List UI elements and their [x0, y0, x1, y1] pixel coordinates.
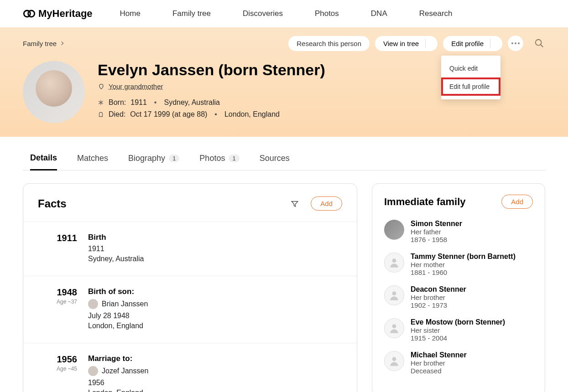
menu-edit-full-profile[interactable]: Edit full profile — [441, 77, 500, 96]
facts-list: 1911Birth1911Sydney, Australia1948Age ~3… — [23, 222, 357, 392]
dot-icon — [518, 42, 520, 44]
family-item[interactable]: Michael StennerHer brotherDeceased — [384, 351, 533, 375]
family-name: Tammy Stenner (born Barnett) — [411, 253, 516, 261]
nav-family-tree[interactable]: Family tree — [172, 9, 211, 18]
separator: • — [214, 110, 217, 119]
svg-point-1 — [28, 10, 35, 17]
nav-research[interactable]: Research — [419, 9, 453, 18]
add-family-button[interactable]: Add — [501, 195, 533, 209]
research-person-button[interactable]: Research this person — [288, 36, 370, 51]
fact-title: Marriage to: — [88, 354, 342, 363]
view-in-tree-dropdown[interactable] — [426, 40, 438, 47]
main-content: Details Matches Biography1 Photos1 Sourc… — [0, 147, 568, 392]
fact-year: 1911 — [38, 233, 77, 243]
tab-matches[interactable]: Matches — [77, 147, 108, 170]
dot-icon — [515, 42, 516, 44]
fact-person-name: Jozef Janssen — [102, 367, 148, 375]
fact-year-col: 1948Age ~37 — [38, 287, 77, 332]
family-item[interactable]: Deacon StennerHer brother1902 - 1973 — [384, 285, 533, 309]
tab-sources[interactable]: Sources — [260, 147, 290, 170]
breadcrumb[interactable]: Family tree — [23, 40, 63, 47]
tab-photos-label: Photos — [199, 154, 225, 163]
search-button[interactable] — [533, 37, 545, 49]
family-relation: Her mother — [411, 261, 516, 268]
relation-link[interactable]: Your grandmother — [109, 83, 163, 90]
view-in-tree-button[interactable]: View in tree — [375, 36, 438, 51]
tab-biography[interactable]: Biography1 — [128, 147, 179, 170]
edit-profile-dropdown[interactable] — [490, 40, 502, 47]
fact-title: Birth of son: — [88, 287, 342, 296]
tab-details-label: Details — [30, 153, 57, 163]
top-nav: MyHeritage Home Family tree Discoveries … — [0, 0, 568, 27]
fact-person[interactable]: Jozef Janssen — [88, 366, 342, 376]
family-info: Deacon StennerHer brother1902 - 1973 — [411, 285, 466, 309]
logo-icon — [23, 7, 36, 20]
fact-row[interactable]: 1956Age ~45Marriage to:Jozef Janssen1956… — [23, 343, 357, 392]
fact-row[interactable]: 1911Birth1911Sydney, Australia — [23, 222, 357, 276]
tabs: Details Matches Biography1 Photos1 Sourc… — [23, 147, 545, 170]
born-place: Sydney, Australia — [164, 98, 219, 107]
family-item[interactable]: Tammy Stenner (born Barnett)Her mother18… — [384, 253, 533, 276]
add-fact-button[interactable]: Add — [311, 196, 342, 211]
family-info: Eve Mostow (born Stenner)Her sister1915 … — [411, 318, 505, 342]
family-item[interactable]: Simon StennerHer father1876 - 1958 — [384, 220, 533, 243]
family-name: Simon Stenner — [411, 220, 462, 228]
born-row: Born: 1911 • Sydney, Australia — [98, 98, 325, 107]
tab-biography-label: Biography — [128, 154, 165, 163]
born-year: 1911 — [130, 98, 147, 107]
family-item[interactable]: Eve Mostow (born Stenner)Her sister1915 … — [384, 318, 533, 342]
nav-discoveries[interactable]: Discoveries — [243, 9, 283, 18]
breadcrumb-label: Family tree — [23, 40, 57, 47]
fact-body: Marriage to:Jozef Janssen1956London, Eng… — [88, 354, 342, 392]
edit-profile-menu: Quick edit Edit full profile — [441, 56, 500, 99]
immediate-family-panel: Immediate family Add Simon StennerHer fa… — [372, 183, 545, 392]
facts-heading: Facts — [38, 197, 67, 210]
fact-year: 1948 — [38, 287, 77, 298]
tab-details[interactable]: Details — [30, 147, 57, 170]
fact-body: Birth of son:Brian JanssenJuly 28 1948Lo… — [88, 287, 342, 332]
tab-matches-label: Matches — [77, 154, 108, 163]
separator: • — [154, 98, 157, 107]
photos-count-badge: 1 — [229, 155, 239, 162]
svg-point-10 — [392, 357, 396, 361]
fact-detail: London, England — [88, 322, 342, 330]
fact-person[interactable]: Brian Janssen — [88, 299, 342, 309]
svg-point-7 — [392, 258, 396, 263]
logo-text: MyHeritage — [38, 8, 93, 20]
facts-header: Facts Add — [23, 184, 357, 222]
more-actions-button[interactable] — [508, 36, 523, 51]
family-dates: 1902 - 1973 — [411, 301, 466, 309]
family-relation: Her father — [411, 228, 462, 236]
logo[interactable]: MyHeritage — [23, 7, 93, 20]
person-avatar[interactable] — [23, 61, 85, 123]
fact-detail: 1956 — [88, 379, 342, 387]
dot-icon — [511, 42, 513, 44]
family-dates: Deceased — [411, 367, 467, 375]
edit-profile-button[interactable]: Edit profile — [443, 36, 502, 51]
nav-photos[interactable]: Photos — [315, 9, 339, 18]
fact-row[interactable]: 1948Age ~37Birth of son:Brian JanssenJul… — [23, 276, 357, 343]
family-info: Tammy Stenner (born Barnett)Her mother18… — [411, 253, 516, 276]
fact-detail: 1911 — [88, 245, 342, 253]
family-avatar — [384, 285, 404, 305]
biography-count-badge: 1 — [169, 155, 179, 162]
family-dates: 1881 - 1960 — [411, 268, 516, 276]
nav-home[interactable]: Home — [120, 9, 141, 18]
family-dates: 1915 - 2004 — [411, 334, 505, 342]
menu-quick-edit[interactable]: Quick edit — [441, 59, 500, 77]
fact-body: Birth1911Sydney, Australia — [88, 233, 342, 265]
filter-icon[interactable] — [291, 200, 299, 208]
svg-line-3 — [541, 45, 543, 47]
fact-title: Birth — [88, 233, 342, 242]
fact-age: Age ~45 — [38, 366, 77, 372]
svg-point-2 — [536, 40, 542, 46]
relation-icon — [98, 83, 105, 90]
fact-detail: London, England — [88, 389, 342, 392]
fact-detail: Sydney, Australia — [88, 255, 342, 263]
family-relation: Her brother — [411, 294, 466, 301]
fact-year: 1956 — [38, 354, 77, 365]
tab-photos[interactable]: Photos1 — [199, 147, 239, 170]
asterisk-icon — [98, 99, 104, 106]
family-header: Immediate family Add — [384, 195, 533, 209]
nav-dna[interactable]: DNA — [371, 9, 387, 18]
